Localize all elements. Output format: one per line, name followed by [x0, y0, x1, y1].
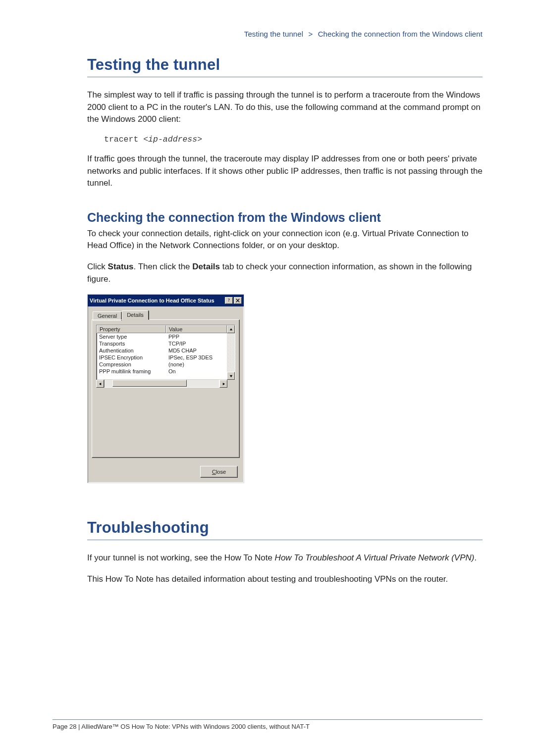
list-item: IPSEC Encryption — [97, 354, 166, 361]
dialog-titlebar: Virtual Private Connection to Head Offic… — [88, 295, 244, 306]
header-value[interactable]: Value — [166, 325, 227, 333]
column-property: Property Server type Transports Authenti… — [97, 325, 166, 380]
list-item: Transports — [97, 340, 166, 347]
triangle-up-icon — [229, 328, 233, 331]
close-button[interactable]: Close — [200, 466, 238, 478]
scroll-right-button[interactable] — [219, 380, 227, 388]
dialog-button-row: Close — [88, 462, 244, 483]
breadcrumb: Testing the tunnel > Checking the connec… — [87, 30, 482, 38]
list-item: (none) — [166, 361, 227, 368]
list-item: PPP — [166, 333, 227, 340]
triangle-down-icon — [229, 374, 233, 378]
svg-text:?: ? — [228, 299, 230, 303]
triangle-right-icon — [222, 382, 225, 386]
code-tracert: tracert <ip-address> — [104, 135, 482, 144]
bold-details: Details — [192, 262, 220, 271]
status-dialog-figure: Virtual Private Connection to Head Offic… — [87, 294, 244, 483]
text-fragment: . — [474, 553, 477, 562]
dialog-body: General Details Property Server type Tra… — [88, 306, 244, 462]
para-tunnel-intro: The simplest way to tell if traffic is p… — [87, 89, 482, 126]
tab-details[interactable]: Details — [122, 310, 149, 320]
para-troubleshoot-info: This How To Note has detailed informatio… — [87, 573, 482, 586]
list-item: PPP multilink framing — [97, 368, 166, 375]
close-icon — [236, 299, 240, 302]
list-item: MD5 CHAP — [166, 347, 227, 354]
scroll-thumb[interactable] — [112, 380, 187, 387]
horizontal-scrollbar[interactable] — [96, 380, 235, 388]
code-cmd: tracert — [104, 135, 143, 144]
list-item: Compression — [97, 361, 166, 368]
details-list[interactable]: Property Server type Transports Authenti… — [96, 325, 235, 380]
list-columns: Property Server type Transports Authenti… — [97, 325, 227, 380]
list-item: IPSec, ESP 3DES — [166, 354, 227, 361]
breadcrumb-left: Testing the tunnel — [244, 30, 303, 38]
close-window-button[interactable] — [234, 297, 242, 304]
para-check-intro: To check your connection details, right-… — [87, 228, 482, 252]
details-panel: Property Server type Transports Authenti… — [92, 319, 240, 458]
close-label-rest: lose — [216, 469, 226, 475]
scroll-corner — [227, 380, 235, 388]
question-icon: ? — [227, 299, 231, 302]
svg-marker-4 — [229, 375, 232, 377]
list-item: Authentication — [97, 347, 166, 354]
heading-rule — [87, 540, 482, 540]
svg-marker-5 — [99, 383, 101, 385]
para-troubleshoot-ref: If your tunnel is not working, see the H… — [87, 552, 482, 564]
scroll-track[interactable] — [104, 380, 219, 388]
scroll-track[interactable] — [227, 333, 235, 372]
heading-rule — [87, 77, 482, 77]
code-arg: <ip-address> — [143, 135, 202, 144]
scroll-left-button[interactable] — [96, 380, 104, 388]
text-fragment: Click — [87, 262, 108, 271]
vertical-scrollbar[interactable] — [227, 325, 235, 380]
column-value: Value PPP TCP/IP MD5 CHAP IPSec, ESP 3DE… — [166, 325, 227, 380]
dialog-tabs: General Details — [93, 310, 240, 320]
scroll-down-button[interactable] — [227, 372, 235, 380]
page-footer: Page 28 | AlliedWare™ OS How To Note: VP… — [53, 719, 482, 730]
footer-text: Page 28 | AlliedWare™ OS How To Note: VP… — [53, 723, 482, 730]
heading-troubleshooting: Troubleshooting — [87, 519, 482, 537]
breadcrumb-separator: > — [308, 30, 313, 38]
document-page: Testing the tunnel > Checking the connec… — [0, 0, 535, 756]
para-tunnel-result: If traffic goes through the tunnel, the … — [87, 153, 482, 190]
text-fragment: . Then click the — [134, 262, 193, 271]
heading-testing-the-tunnel: Testing the tunnel — [87, 56, 482, 74]
text-fragment: If your tunnel is not working, see the H… — [87, 553, 275, 562]
italic-howto-title: How To Troubleshoot A Virtual Private Ne… — [275, 553, 475, 562]
list-item: TCP/IP — [166, 340, 227, 347]
scroll-up-button[interactable] — [227, 325, 235, 333]
svg-marker-3 — [229, 328, 232, 330]
help-button[interactable]: ? — [225, 297, 233, 304]
dialog-title: Virtual Private Connection to Head Offic… — [90, 298, 224, 303]
triangle-left-icon — [99, 382, 102, 386]
para-click-status: Click Status. Then click the Details tab… — [87, 261, 482, 285]
svg-marker-6 — [222, 383, 224, 385]
breadcrumb-right: Checking the connection from the Windows… — [318, 30, 482, 38]
header-property[interactable]: Property — [97, 325, 166, 333]
list-item: On — [166, 368, 227, 375]
close-mnemonic: C — [212, 469, 216, 475]
heading-checking-connection: Checking the connection from the Windows… — [87, 210, 482, 225]
bold-status: Status — [108, 262, 134, 271]
footer-rule — [53, 719, 482, 720]
list-item: Server type — [97, 333, 166, 340]
